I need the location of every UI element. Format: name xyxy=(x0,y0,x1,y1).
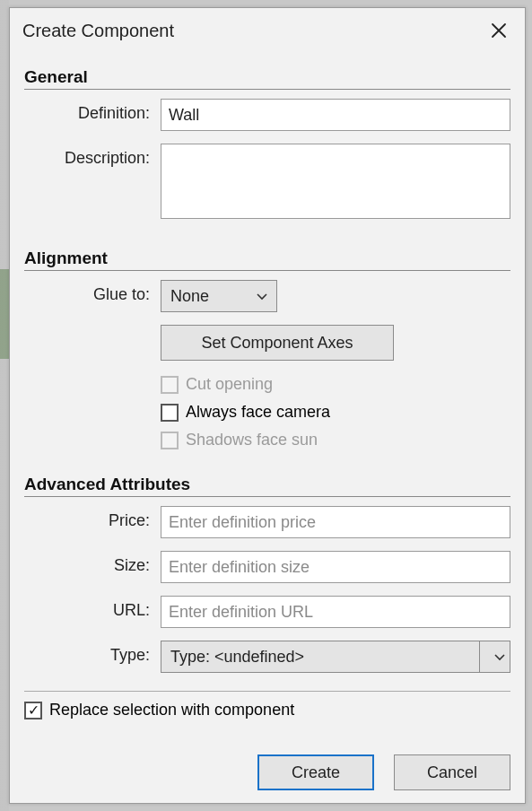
always-face-camera-label: Always face camera xyxy=(186,403,330,422)
shadows-face-sun-checkbox-row: Shadows face sun xyxy=(161,431,510,449)
always-face-camera-checkbox[interactable] xyxy=(161,404,179,422)
url-input[interactable] xyxy=(161,596,510,628)
glue-to-select[interactable]: None xyxy=(161,280,277,312)
always-face-camera-checkbox-row[interactable]: Always face camera xyxy=(161,403,510,422)
chevron-down-icon xyxy=(494,650,505,664)
row-price: Price: xyxy=(24,506,510,538)
replace-selection-label: Replace selection with component xyxy=(49,701,294,719)
row-description: Description: xyxy=(24,144,510,223)
glue-to-value: None xyxy=(170,287,209,306)
definition-input[interactable] xyxy=(161,99,510,131)
cut-opening-checkbox xyxy=(161,376,179,394)
price-label: Price: xyxy=(24,506,161,530)
type-label: Type: xyxy=(24,641,161,665)
price-input[interactable] xyxy=(161,506,510,538)
row-definition: Definition: xyxy=(24,99,510,131)
type-select-chevron[interactable] xyxy=(480,641,510,673)
type-select[interactable]: Type: <undefined> xyxy=(161,641,480,673)
section-heading-alignment: Alignment xyxy=(24,249,510,268)
window-title: Create Component xyxy=(22,21,174,41)
dialog-body: General Definition: Description: Alignme… xyxy=(10,49,525,803)
divider xyxy=(24,89,510,90)
replace-selection-checkbox-row[interactable]: ✓ Replace selection with component xyxy=(24,701,510,719)
cut-opening-label: Cut opening xyxy=(186,375,273,394)
row-url: URL: xyxy=(24,596,510,628)
definition-label: Definition: xyxy=(24,99,161,123)
cancel-button-label: Cancel xyxy=(427,763,477,782)
cut-opening-checkbox-row: Cut opening xyxy=(161,375,510,394)
type-value: Type: <undefined> xyxy=(170,648,304,667)
cancel-button[interactable]: Cancel xyxy=(394,754,510,790)
row-size: Size: xyxy=(24,551,510,583)
shadows-face-sun-label: Shadows face sun xyxy=(186,431,318,449)
section-heading-advanced: Advanced Attributes xyxy=(24,475,510,494)
create-component-dialog: Create Component General Definition: Des… xyxy=(9,7,526,804)
chevron-down-icon xyxy=(257,289,267,303)
row-glue-to: Glue to: None xyxy=(24,280,510,312)
shadows-face-sun-checkbox xyxy=(161,432,179,449)
create-button[interactable]: Create xyxy=(257,754,374,790)
close-icon[interactable] xyxy=(485,17,512,44)
divider xyxy=(24,270,510,271)
set-axes-label: Set Component Axes xyxy=(201,334,353,353)
size-input[interactable] xyxy=(161,551,510,583)
create-button-label: Create xyxy=(292,763,340,782)
check-icon: ✓ xyxy=(28,703,39,718)
divider xyxy=(24,496,510,497)
description-input[interactable] xyxy=(161,144,510,219)
divider xyxy=(24,691,510,692)
description-label: Description: xyxy=(24,144,161,168)
replace-selection-checkbox[interactable]: ✓ xyxy=(24,702,42,719)
set-component-axes-button[interactable]: Set Component Axes xyxy=(161,325,394,361)
background-viewport xyxy=(0,0,9,811)
glue-to-label: Glue to: xyxy=(24,280,161,304)
section-heading-general: General xyxy=(24,67,510,87)
size-label: Size: xyxy=(24,551,161,575)
row-type: Type: Type: <undefined> xyxy=(24,641,510,673)
dialog-footer: Create Cancel xyxy=(24,744,510,790)
titlebar: Create Component xyxy=(10,8,525,49)
url-label: URL: xyxy=(24,596,161,620)
